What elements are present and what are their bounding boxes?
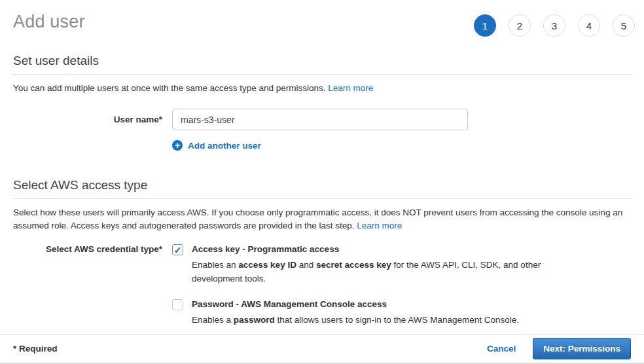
wizard-footer: * Required Cancel Next: Permissions bbox=[0, 334, 644, 364]
wizard-step-3: 3 bbox=[543, 14, 565, 37]
wizard-step-1: 1 bbox=[474, 14, 496, 37]
user-details-learn-more-link[interactable]: Learn more bbox=[328, 83, 373, 93]
wizard-step-5: 5 bbox=[613, 14, 635, 37]
access-type-heading: Select AWS access type bbox=[13, 178, 631, 192]
wizard-step-4: 4 bbox=[578, 14, 600, 37]
add-another-user-button[interactable]: + Add another user bbox=[172, 140, 261, 151]
user-details-section: Set user details You can add multiple us… bbox=[0, 54, 644, 151]
divider bbox=[13, 74, 631, 75]
user-details-heading: Set user details bbox=[13, 54, 631, 68]
access-type-learn-more-link[interactable]: Learn more bbox=[357, 221, 402, 230]
credential-option: Password - AWS Management Console access… bbox=[172, 299, 553, 327]
required-note: * Required bbox=[13, 344, 58, 354]
credential-option-title: Access key - Programmatic access bbox=[192, 244, 553, 255]
credential-option: ✓Access key - Programmatic accessEnables… bbox=[172, 244, 553, 285]
divider bbox=[13, 198, 631, 199]
user-details-intro-text: You can add multiple users at once with … bbox=[13, 83, 326, 93]
access-type-intro: Select how these users will primarily ac… bbox=[13, 206, 631, 232]
credential-options: ✓Access key - Programmatic accessEnables… bbox=[172, 244, 553, 340]
page-header: Add user 12345 bbox=[0, 0, 644, 37]
access-type-section: Select AWS access type Select how these … bbox=[0, 178, 644, 340]
next-permissions-button[interactable]: Next: Permissions bbox=[533, 338, 631, 359]
add-another-user-label: Add another user bbox=[188, 141, 261, 151]
username-input[interactable] bbox=[172, 109, 468, 130]
credential-type-label: Select AWS credential type* bbox=[13, 244, 162, 340]
checked-checkbox[interactable]: ✓ bbox=[172, 244, 183, 255]
credential-option-title: Password - AWS Management Console access bbox=[192, 299, 519, 310]
unchecked-checkbox[interactable] bbox=[172, 299, 183, 310]
user-details-intro: You can add multiple users at once with … bbox=[13, 82, 631, 95]
access-type-intro-text: Select how these users will primarily ac… bbox=[13, 208, 622, 230]
username-row: User name* bbox=[13, 109, 631, 130]
credential-type-row: Select AWS credential type* ✓Access key … bbox=[13, 244, 631, 340]
cancel-button[interactable]: Cancel bbox=[487, 344, 516, 354]
credential-option-description: Enables a password that allows users to … bbox=[192, 313, 519, 327]
username-label: User name* bbox=[13, 109, 162, 130]
wizard-step-2: 2 bbox=[509, 14, 531, 37]
credential-option-description: Enables an access key ID and secret acce… bbox=[192, 258, 553, 285]
plus-circle-icon: + bbox=[172, 140, 183, 151]
page-title: Add user bbox=[13, 12, 85, 32]
wizard-steps: 12345 bbox=[474, 14, 635, 37]
